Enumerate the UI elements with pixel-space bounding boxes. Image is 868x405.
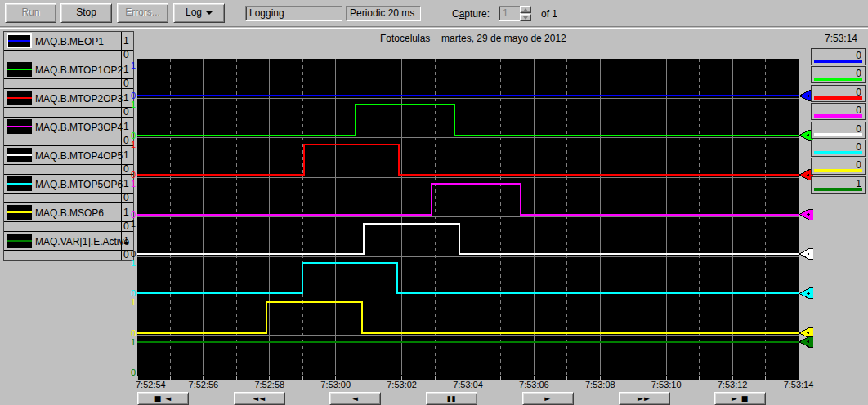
scale-label-low: 0 xyxy=(131,367,136,377)
fast-rewind-button[interactable]: ◄◄ xyxy=(234,392,285,405)
cursor-arrow-dot-icon xyxy=(807,174,809,176)
current-time: 7:53:14 xyxy=(825,33,857,44)
signal-name: MAQ.VAR[1].E.Active xyxy=(35,236,129,247)
value-cursor-arrow[interactable] xyxy=(799,336,813,347)
step-to-start-button[interactable]: ■ ◄ xyxy=(137,392,189,405)
signal-row[interactable]: MAQ.B.MTOP1OP21 xyxy=(4,60,133,79)
signal-scale-high: 1 xyxy=(121,32,133,50)
scale-label-high: 1 xyxy=(131,100,136,109)
scale-label-high: 1 xyxy=(131,337,136,347)
signal-color-sample xyxy=(8,40,30,42)
log-menu-button[interactable]: Log xyxy=(173,3,225,23)
value-box-color-bar xyxy=(814,60,862,63)
pause-icon: ▮▮ xyxy=(447,394,457,403)
cursor-arrow-dot-icon xyxy=(807,134,809,136)
current-value-box: 0 xyxy=(811,48,866,65)
capture-value: 1 xyxy=(499,6,521,21)
signal-row[interactable]: MAQ.B.MTOP4OP51 xyxy=(4,146,133,165)
capture-spin-down-button[interactable] xyxy=(520,14,531,21)
errors-button[interactable]: Errors... xyxy=(117,3,168,23)
time-tick-label: 7:53:06 xyxy=(519,380,549,389)
scale-label-high: 1 xyxy=(131,140,136,149)
stop-button[interactable]: Stop xyxy=(60,3,112,23)
signal-row-low: 0 xyxy=(4,251,133,260)
signal-name: MAQ.B.MTOP5OP6 xyxy=(35,179,123,190)
signal-row[interactable]: MAQ.B.MEOP11 xyxy=(4,32,133,51)
value-cursor-arrow[interactable] xyxy=(799,249,813,260)
signal-row-low: 0 xyxy=(4,51,133,60)
signal-color-swatch[interactable] xyxy=(7,234,32,248)
play-backward-button[interactable]: ◄ xyxy=(329,392,381,405)
current-value-box: 0 xyxy=(811,122,866,139)
play-backward-icon: ◄ xyxy=(352,394,359,403)
scale-label-high: 1 xyxy=(131,179,136,189)
step-to-end-icon: ► ■ xyxy=(732,394,749,403)
signal-name: MAQ.B.MTOP2OP3 xyxy=(35,93,123,105)
fast-forward-button[interactable]: ►► xyxy=(619,392,670,405)
fast-forward-icon: ►► xyxy=(638,394,651,403)
capture-spin-up-button[interactable] xyxy=(520,6,531,13)
signal-color-swatch[interactable] xyxy=(7,148,32,162)
signal-color-swatch[interactable] xyxy=(7,33,32,48)
capture-period-field: Periodic 20 ms xyxy=(346,6,421,21)
current-value-box: 0 xyxy=(811,140,866,157)
signal-row-low: 0 xyxy=(4,165,133,175)
signal-row[interactable]: MAQ.B.MTOP3OP41 xyxy=(4,118,133,136)
scale-label-high: 1 xyxy=(131,60,136,70)
log-menu-label: Log xyxy=(186,7,202,18)
signal-color-swatch[interactable] xyxy=(7,62,32,77)
play-forward-button[interactable]: ► xyxy=(522,392,574,405)
cursor-arrow-dot-icon xyxy=(807,292,809,295)
signal-color-swatch[interactable] xyxy=(7,205,32,220)
signal-name: MAQ.B.MEOP1 xyxy=(35,36,104,47)
value-box-color-bar xyxy=(814,188,862,191)
chart-title: Fotocelulas xyxy=(380,33,430,44)
cursor-arrow-dot-icon xyxy=(807,95,809,97)
signal-row-low: 0 xyxy=(4,108,133,118)
capture-spinner[interactable]: 1 xyxy=(499,6,531,21)
run-button[interactable]: Run xyxy=(5,3,56,23)
current-value-box: 0 xyxy=(811,103,866,120)
value-box-color-bar xyxy=(814,114,862,118)
time-tick-label: 7:53:14 xyxy=(784,380,814,389)
time-tick-label: 7:53:00 xyxy=(320,380,351,389)
signal-color-sample xyxy=(7,97,32,99)
signal-row[interactable]: MAQ.B.MTOP2OP31 xyxy=(4,89,133,108)
current-value-box: 0 xyxy=(811,158,866,175)
cursor-arrow-dot-icon xyxy=(807,340,809,343)
signal-row[interactable]: MAQ.B.MTOP5OP61 xyxy=(4,175,133,194)
spin-down-icon xyxy=(523,16,528,20)
signal-name: MAQ.B.MTOP1OP2 xyxy=(35,65,123,76)
value-box-color-bar xyxy=(814,78,862,81)
time-tick-label: 7:53:08 xyxy=(585,380,615,389)
pause-button[interactable]: ▮▮ xyxy=(426,392,477,405)
time-tick-label: 7:53:04 xyxy=(453,380,483,389)
signal-row[interactable]: MAQ.B.MSOP61 xyxy=(4,203,133,222)
signal-name: MAQ.B.MSOP6 xyxy=(35,207,104,219)
signal-color-swatch[interactable] xyxy=(7,91,32,105)
cursor-arrow-dot-icon xyxy=(807,332,809,334)
current-value-box: 0 xyxy=(811,66,866,83)
value-cursor-arrow[interactable] xyxy=(799,209,813,220)
signal-row[interactable]: MAQ.VAR[1].E.Active1 xyxy=(4,232,133,251)
current-value-box: 0 xyxy=(811,85,866,102)
time-tick-label: 7:52:56 xyxy=(189,380,219,389)
trend-logger-window: { "toolbar": { "run_label": "Run", "stop… xyxy=(0,0,868,405)
step-to-end-button[interactable]: ► ■ xyxy=(714,392,766,405)
signal-color-swatch[interactable] xyxy=(7,176,32,191)
time-tick-label: 7:53:10 xyxy=(651,380,682,389)
signal-row-low: 0 xyxy=(4,136,133,146)
value-cursor-arrow[interactable] xyxy=(799,288,813,299)
play-forward-icon: ► xyxy=(544,394,551,403)
signal-color-swatch[interactable] xyxy=(7,119,32,134)
signal-row-low: 0 xyxy=(4,222,133,232)
value-box-color-bar xyxy=(814,169,862,172)
scale-label-high: 1 xyxy=(131,258,136,268)
scale-label-high: 1 xyxy=(131,297,136,307)
scale-label-high: 1 xyxy=(131,219,136,229)
time-tick-label: 7:52:58 xyxy=(254,380,284,389)
cursor-arrow-dot-icon xyxy=(807,252,809,255)
signal-name: MAQ.B.MTOP3OP4 xyxy=(35,122,123,133)
time-tick-label: 7:53:12 xyxy=(718,380,748,389)
waveform-chart[interactable]: 1010101010101010 xyxy=(123,50,813,385)
